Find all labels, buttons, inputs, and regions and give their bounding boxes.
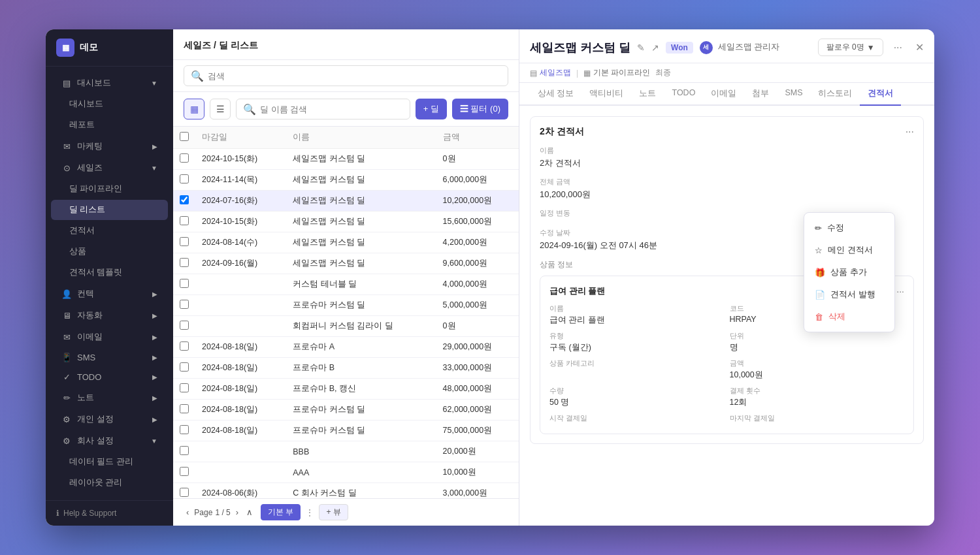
sidebar-item-dashboard-sub[interactable]: 대시보드 xyxy=(51,94,168,114)
row-checkbox[interactable] xyxy=(180,279,189,288)
row-checkbox[interactable] xyxy=(180,383,189,392)
table-row[interactable]: 2024-08-18(일) 프로슈마 B, 캥신 48,000,000원 xyxy=(173,379,519,400)
table-row[interactable]: 2024-08-18(일) 프로슈마 A 29,000,000원 xyxy=(173,337,519,358)
dropdown-delete[interactable]: 🗑 삭제 xyxy=(804,306,894,328)
row-checkbox[interactable] xyxy=(180,488,189,497)
sidebar-item-quote[interactable]: 견적서 xyxy=(51,221,168,241)
product-menu-button[interactable]: ··· xyxy=(896,286,904,296)
global-search-input[interactable] xyxy=(208,71,501,81)
tab-activity[interactable]: 액티비티 xyxy=(581,83,631,106)
tab-note[interactable]: 노트 xyxy=(631,83,664,106)
table-row[interactable]: 2024-10-15(화) 세일즈맵 커스텀 딜 15,600,000원 xyxy=(173,212,519,232)
tab-attachment[interactable]: 첨부 xyxy=(744,83,777,106)
quote-menu-button[interactable]: ··· xyxy=(906,126,914,138)
sidebar-item-email[interactable]: ✉ 이메일 ▶ xyxy=(51,326,168,347)
dropdown-add-product[interactable]: 🎁 상품 추가 xyxy=(804,261,894,283)
tab-info[interactable]: 상세 정보 xyxy=(530,83,581,106)
tab-sms[interactable]: SMS xyxy=(777,83,810,106)
row-name: 프로슈마 B xyxy=(286,358,436,379)
sidebar-item-sales[interactable]: ⊙ 세일즈 ▼ xyxy=(51,157,168,178)
select-all-checkbox[interactable] xyxy=(180,132,189,141)
table-row[interactable]: 2024-07-16(화) 세일즈맵 커스텀 딜 10,200,000원 xyxy=(173,191,519,212)
row-checkbox[interactable] xyxy=(180,195,189,204)
next-page-button[interactable]: › xyxy=(233,506,241,518)
sidebar-item-data-field[interactable]: 데이터 필드 관리 xyxy=(51,452,168,472)
sidebar-item-product[interactable]: 상품 xyxy=(51,242,168,262)
sidebar-item-company-settings[interactable]: ⚙ 회사 설정 ▼ xyxy=(51,430,168,451)
table-row[interactable]: 2024-08-06(화) C 회사 커스텀 딜 3,000,000원 xyxy=(173,483,519,499)
add-deal-button[interactable]: + 딜 xyxy=(416,99,447,119)
sidebar-item-deal-pipeline[interactable]: 딜 파이프라인 xyxy=(51,179,168,199)
table-row[interactable]: BBB 20,000원 xyxy=(173,441,519,462)
dropdown-issue-quote[interactable]: 📄 견적서 발행 xyxy=(804,283,894,306)
list-view-button[interactable]: ☰ xyxy=(210,99,231,119)
company-link[interactable]: 세일즈맵 xyxy=(540,67,571,78)
table-row[interactable]: 2024-09-16(월) 세일즈맵 커스텀 딜 9,600,000원 xyxy=(173,253,519,274)
row-checkbox[interactable] xyxy=(180,153,189,163)
add-view-button[interactable]: + 뷰 xyxy=(319,504,348,520)
product-name-field: 이름 급여 관리 플랜 xyxy=(549,304,725,326)
table-row[interactable]: 회컴퍼니 커스텀 김라이 딜 0원 xyxy=(173,316,519,337)
deal-search-box[interactable]: 🔍 xyxy=(236,99,410,119)
row-checkbox[interactable] xyxy=(180,174,189,183)
global-search-box[interactable]: 🔍 xyxy=(184,65,508,86)
prev-page-button[interactable]: ‹ xyxy=(184,506,191,518)
tab-history[interactable]: 히스토리 xyxy=(810,83,860,106)
row-checkbox[interactable] xyxy=(180,216,189,225)
deal-search-input[interactable] xyxy=(260,104,403,114)
follow-button[interactable]: 팔로우 0명 ▼ xyxy=(818,39,883,56)
quote-name-label: 이름 xyxy=(540,146,914,155)
dropdown-edit[interactable]: ✏ 수정 xyxy=(804,217,894,239)
row-checkbox[interactable] xyxy=(180,341,189,351)
sidebar-footer[interactable]: ℹ Help & Support xyxy=(46,500,173,526)
row-checkbox[interactable] xyxy=(180,404,189,413)
contact-icon: 👤 xyxy=(61,289,72,299)
row-checkbox[interactable] xyxy=(180,446,189,455)
table-row[interactable]: 2024-08-18(일) 프로슈마 커스텀 딜 75,000,000원 xyxy=(173,420,519,441)
sidebar-item-layout[interactable]: 레이아웃 관리 xyxy=(51,473,168,493)
sidebar-item-todo[interactable]: ✓ TODO ▶ xyxy=(51,368,168,387)
dropdown-main-quote[interactable]: ☆ 메인 견적서 xyxy=(804,239,894,261)
sidebar-item-personal-settings[interactable]: ⚙ 개인 설정 ▶ xyxy=(51,409,168,430)
sidebar-item-automation[interactable]: 🖥 자동화 ▶ xyxy=(51,305,168,326)
view-options-icon[interactable]: ⋮ xyxy=(306,508,314,517)
table-row[interactable]: 2024-08-14(수) 세일즈맵 커스텀 딜 4,200,000원 xyxy=(173,232,519,253)
chart-view-button[interactable]: ▦ xyxy=(184,99,204,119)
link-icon[interactable]: ↗ xyxy=(651,42,659,53)
detail-close-button[interactable]: ✕ xyxy=(915,41,924,54)
detail-meta: 세 세일즈맵 관리자 xyxy=(700,41,779,54)
row-checkbox[interactable] xyxy=(180,362,189,372)
default-view-tab[interactable]: 기본 부 xyxy=(261,504,301,520)
sidebar-item-quote-template[interactable]: 견적서 템플릿 xyxy=(51,262,168,283)
table-row[interactable]: 2024-08-18(일) 프로슈마 커스텀 딜 62,000,000원 xyxy=(173,400,519,420)
table-row[interactable]: 커스텀 테너블 딜 4,000,000원 xyxy=(173,274,519,295)
table-row[interactable]: 프로슈마 커스텀 딜 5,000,000원 xyxy=(173,295,519,316)
sidebar-item-note[interactable]: ✏ 노트 ▶ xyxy=(51,387,168,408)
filter-button[interactable]: ☰ 필터 (0) xyxy=(452,99,508,119)
row-checkbox[interactable] xyxy=(180,237,189,246)
row-checkbox[interactable] xyxy=(180,467,189,476)
edit-icon[interactable]: ✎ xyxy=(637,42,645,53)
row-checkbox[interactable] xyxy=(180,300,189,309)
row-date: 2024-08-18(일) xyxy=(195,379,286,400)
tab-todo[interactable]: TODO xyxy=(664,83,703,106)
table-row[interactable]: 2024-11-14(목) 세일즈맵 커스텀 딜 6,000,000원 xyxy=(173,170,519,191)
detail-more-button[interactable]: ··· xyxy=(890,40,906,55)
tab-email[interactable]: 이메일 xyxy=(703,83,744,106)
table-row[interactable]: 2024-10-15(화) 세일즈맵 커스텀 딜 0원 xyxy=(173,149,519,170)
sidebar-item-contact[interactable]: 👤 컨텍 ▶ xyxy=(51,283,168,304)
row-checkbox[interactable] xyxy=(180,425,189,434)
row-amount: 4,000,000원 xyxy=(436,274,519,295)
sidebar-item-marketing[interactable]: ✉ 마케팅 ▶ xyxy=(51,136,168,157)
table-row[interactable]: 2024-08-18(일) 프로슈마 B 33,000,000원 xyxy=(173,358,519,379)
expand-page-button[interactable]: ∧ xyxy=(244,506,255,518)
sidebar-item-deal-list[interactable]: 딜 리스트 xyxy=(51,200,168,220)
row-checkbox[interactable] xyxy=(180,321,189,330)
table-row[interactable]: AAA 10,000원 xyxy=(173,462,519,483)
sidebar-item-dashboard[interactable]: ▤ 대시보드 ▼ xyxy=(51,72,168,93)
sidebar-item-sms[interactable]: 📱 SMS ▶ xyxy=(51,348,168,367)
tab-quote[interactable]: 견적서 xyxy=(860,83,901,106)
product-name-label: 이름 xyxy=(549,304,725,313)
row-checkbox[interactable] xyxy=(180,258,189,267)
sidebar-item-report[interactable]: 레포트 xyxy=(51,115,168,135)
